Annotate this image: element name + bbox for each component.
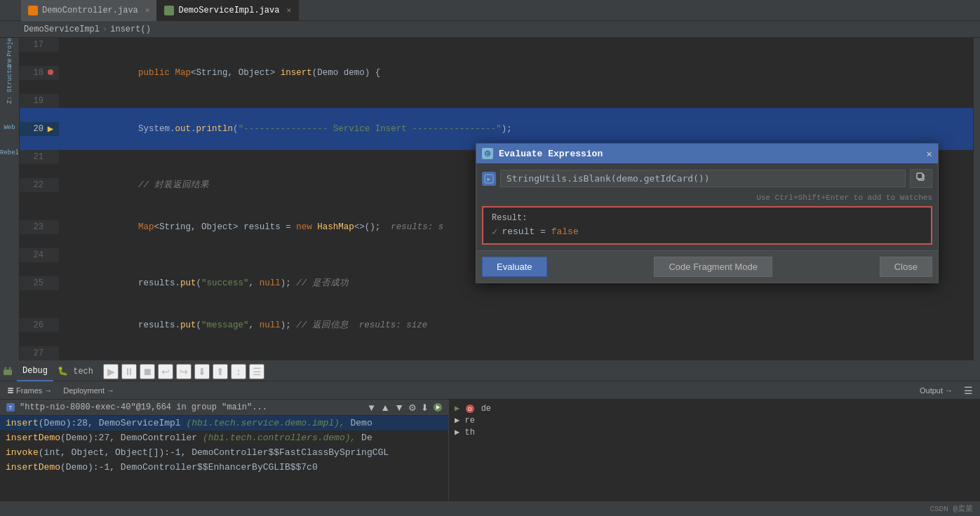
debug-stop-btn[interactable]: ⏹ — [140, 364, 155, 379]
copy-expression-button[interactable] — [910, 169, 932, 188]
status-bar: CSDN @卖菜 — [0, 501, 980, 516]
list-item[interactable]: insertDemo(Demo):-1, DemoController$$Enh… — [0, 460, 448, 475]
debug-run-to-cursor-btn[interactable]: ⬆ — [213, 364, 228, 379]
gutter-18: 18 — [20, 66, 59, 80]
tab-bar: DemoController.java ✕ DemoServiceImpl.ja… — [0, 0, 980, 21]
breadcrumb-item-2[interactable]: insert() — [107, 25, 154, 34]
thread-scroll-up-btn[interactable]: ▲ — [380, 402, 390, 413]
tab-label-1: DemoController.java — [42, 6, 138, 15]
debug-evaluate-btn[interactable]: ↕ — [231, 364, 246, 379]
frames-icon — [7, 387, 14, 394]
list-item[interactable]: ▶ D de — [455, 402, 974, 414]
list-item[interactable]: insert(Demo):28, DemoServiceImpl (hbi.te… — [0, 416, 448, 430]
evaluate-icon: E — [482, 148, 493, 159]
thread-filter-btn[interactable]: ⚙ — [408, 402, 417, 413]
list-item[interactable]: ▶ re — [455, 414, 974, 426]
breadcrumb-item-1[interactable]: DemoServiceImpl — [21, 25, 102, 34]
tab-democontroller[interactable]: DemoController.java ✕ — [21, 0, 157, 21]
thread-scroll-down-btn[interactable]: ▼ — [394, 402, 404, 413]
sidebar-web-btn[interactable]: Web — [1, 119, 18, 136]
svg-rect-11 — [8, 392, 13, 393]
thread-dropdown-btn[interactable]: ▼ — [367, 402, 376, 413]
result-box: Result: ✓ result = false — [482, 206, 932, 245]
debug-step-over-btn[interactable]: ↩ — [158, 364, 173, 379]
result-label: Result: — [492, 213, 922, 223]
code-fragment-mode-button[interactable]: Code Fragment Mode — [654, 257, 772, 277]
svg-point-7 — [5, 367, 7, 369]
code-content-25: results.put("success", null); // 是否成功 — [59, 262, 349, 304]
gutter-17: 17 — [20, 38, 59, 52]
gutter-22: 22 — [20, 178, 59, 192]
frames-label: Frames — [16, 386, 42, 395]
close-dialog-button[interactable]: Close — [880, 257, 932, 277]
dialog-title-bar: E Evaluate Expression ✕ — [476, 144, 938, 163]
sidebar-rebel-btn[interactable]: Rebel — [1, 144, 18, 161]
bp-area-18 — [45, 66, 56, 80]
thread-export-btn[interactable]: ⬇ — [421, 402, 429, 413]
svg-text:T: T — [9, 405, 13, 411]
debug-resume-btn[interactable]: ▶ — [103, 364, 119, 379]
output-button[interactable]: Output → — [917, 385, 955, 396]
debug-tab-tech[interactable]: 🐛 tech — [58, 366, 93, 376]
editor-area[interactable]: 17 18 public Map<String, Object> insert(… — [20, 38, 973, 360]
gutter-20: 20 ▶ — [20, 122, 59, 136]
evaluate-button[interactable]: Evaluate — [482, 257, 547, 277]
output-settings-btn[interactable]: ☰ — [961, 383, 976, 398]
expression-icon: ▶ — [482, 172, 496, 186]
output-panel: ▶ D de ▶ re ▶ th — [449, 400, 980, 501]
main-content: 1: Project Z: Structure Web Rebel 17 — [0, 38, 980, 360]
table-row: 27 — [20, 346, 973, 360]
svg-text:▶: ▶ — [488, 176, 491, 182]
dialog-footer: Evaluate Code Fragment Mode Close — [476, 250, 938, 283]
result-check-icon: ✓ — [492, 226, 497, 238]
java-icon-2 — [164, 6, 174, 15]
code-content-22: // 封装返回结果 — [59, 164, 209, 206]
dialog-body: ▶ Use Ctrl+Shift+Enter to add to Watches… — [476, 163, 938, 250]
table-row: 17 — [20, 38, 973, 52]
evaluate-expression-dialog[interactable]: E Evaluate Expression ✕ ▶ — [476, 143, 939, 283]
deployment-button[interactable]: Deployment → — [60, 385, 117, 396]
debug-pause-btn[interactable]: ⏸ — [121, 364, 137, 379]
java-icon — [28, 6, 38, 15]
debug-settings-btn[interactable]: ☰ — [249, 364, 264, 379]
gutter-27: 27 — [20, 346, 59, 360]
expression-input-row: ▶ — [482, 169, 932, 188]
table-row: 19 — [20, 94, 973, 108]
deployment-label: Deployment — [63, 386, 105, 395]
gutter-21: 21 — [20, 150, 59, 164]
debug-step-out-btn[interactable]: ⬇ — [194, 364, 210, 379]
tab-close-2[interactable]: ✕ — [286, 6, 291, 15]
tab-demoserviceimpl[interactable]: DemoServiceImpl.java ✕ — [157, 0, 299, 21]
sidebar-structure-btn[interactable]: Z: Structure — [1, 73, 18, 90]
debug-tab-main[interactable]: Debug — [17, 362, 53, 381]
frames-dropdown[interactable]: Frames → — [4, 385, 55, 396]
breakpoint-dot-18 — [48, 69, 53, 75]
result-value-row: ✓ result = false — [492, 226, 922, 238]
svg-rect-6 — [4, 369, 12, 375]
frames-panel: T "http-nio-8080-exec-40"@19,664 in grou… — [0, 400, 449, 501]
thread-info-text: "http-nio-8080-exec-40"@19,664 in group … — [20, 402, 363, 412]
dialog-title-text: Evaluate Expression — [499, 149, 921, 159]
tab-close-1[interactable]: ✕ — [145, 6, 150, 15]
svg-point-8 — [9, 367, 11, 369]
sidebar-project-btn[interactable]: 1: Project — [1, 41, 18, 57]
code-content-18: public Map<String, Object> insert(Demo d… — [59, 52, 380, 94]
list-item[interactable]: ▶ th — [455, 426, 974, 438]
svg-rect-10 — [8, 390, 13, 391]
breadcrumb: DemoServiceImpl › insert() — [0, 21, 980, 38]
svg-rect-5 — [917, 173, 922, 179]
thread-icon: T — [6, 402, 15, 412]
thread-play-btn[interactable] — [433, 402, 443, 412]
dialog-close-button[interactable]: ✕ — [927, 148, 932, 160]
debug-step-into-btn[interactable]: ↪ — [176, 364, 192, 379]
list-item[interactable]: invoke(int, Object, Object[]):-1, DemoCo… — [0, 445, 448, 460]
list-item[interactable]: insertDemo(Demo):27, DemoController (hbi… — [0, 430, 448, 445]
right-sidebar — [973, 38, 980, 360]
table-row: 26 results.put("message", null); // 返回信息… — [20, 304, 973, 346]
debug-tab-bar: Debug 🐛 tech ▶ ⏸ ⏹ ↩ ↪ ⬇ ⬆ ↕ ☰ — [0, 362, 980, 381]
frames-toolbar: Frames → Deployment → Output → ☰ — [0, 381, 980, 400]
code-content-23: Map<String, Object> results = new HashMa… — [59, 206, 443, 248]
expression-input[interactable] — [500, 170, 906, 187]
output-content: ▶ D de ▶ re ▶ th — [449, 400, 980, 441]
status-right-text: CSDN @卖菜 — [929, 503, 973, 514]
